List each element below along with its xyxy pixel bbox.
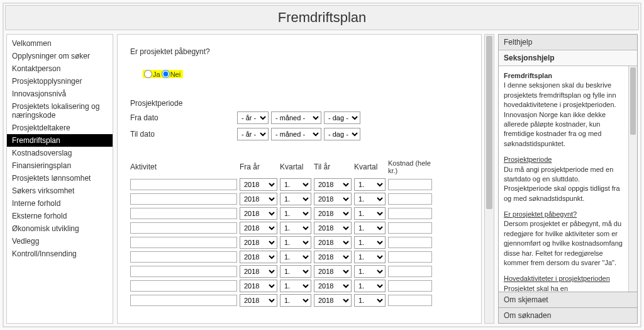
til-ar-select[interactable]: 2018 [314, 265, 352, 278]
til-dag-select[interactable]: - dag - [324, 128, 360, 140]
til-kvartal-select[interactable]: 1. [354, 294, 386, 307]
help-h4: Hovedaktiviteter i prosjektperioden [504, 275, 610, 282]
aktivitet-input[interactable] [130, 280, 237, 292]
aktivitet-row: 20181.20181. [130, 251, 469, 263]
til-ar-select[interactable]: 2018 [314, 222, 352, 234]
aktivitet-input[interactable] [130, 193, 237, 205]
sidebar-item[interactable]: Prosjektets lokalisering og næringskode [7, 100, 113, 122]
til-kvartal-select[interactable]: 1. [354, 236, 386, 249]
fra-kvartal-select[interactable]: 1. [280, 222, 311, 234]
aktivitet-input[interactable] [130, 251, 237, 263]
aktivitet-input[interactable] [130, 295, 237, 306]
aktivitet-row: 20181.20181. [130, 265, 469, 278]
sidebar-item[interactable]: Innovasjonsnivå [7, 88, 113, 100]
til-ar-select[interactable]: 2018 [314, 294, 352, 307]
fra-ar-select[interactable]: 2018 [240, 265, 277, 278]
fra-ar-select[interactable]: 2018 [240, 251, 277, 263]
kostnad-input[interactable] [388, 295, 432, 306]
til-kvartal-select[interactable]: 1. [354, 251, 386, 263]
fra-ar-select[interactable]: 2018 [240, 178, 277, 191]
fra-kvartal-select[interactable]: 1. [280, 294, 311, 307]
sidebar-item[interactable]: Interne forhold [7, 197, 113, 210]
sidebar-item[interactable]: Kostnadsoverslag [7, 147, 113, 159]
sidebar-item[interactable]: Prosjektdeltakere [7, 122, 113, 134]
radio-nei[interactable] [162, 70, 170, 78]
sidebar-item[interactable]: Søkers virksomhet [7, 185, 113, 197]
fra-ar-select[interactable]: - år - [237, 111, 269, 124]
til-kvartal-select[interactable]: 1. [354, 265, 386, 278]
fra-dag-select[interactable]: - dag - [324, 111, 360, 124]
fra-kvartal-select[interactable]: 1. [280, 251, 311, 263]
help-tab-om-skjemaet[interactable]: Om skjemaet [498, 292, 638, 308]
fra-kvartal-select[interactable]: 1. [280, 178, 311, 191]
sidebar-item[interactable]: Kontroll/Innsending [7, 248, 113, 260]
sidebar: VelkommenOpplysninger om søkerKontaktper… [6, 34, 113, 324]
help-tab-seksjonshjelp[interactable]: Seksjonshjelp [499, 50, 637, 66]
kostnad-input[interactable] [388, 237, 432, 248]
til-ar-select[interactable]: 2018 [314, 193, 352, 205]
til-kvartal-select[interactable]: 1. [354, 193, 386, 205]
radio-nei-label[interactable]: Nei [162, 70, 181, 78]
fra-ar-select[interactable]: 2018 [240, 193, 277, 205]
til-kvartal-select[interactable]: 1. [354, 207, 386, 220]
sidebar-item[interactable]: Opplysninger om søker [7, 50, 113, 62]
til-kvartal-select[interactable]: 1. [354, 280, 386, 292]
fra-kvartal-select[interactable]: 1. [280, 207, 311, 220]
kostnad-input[interactable] [388, 251, 432, 263]
aktivitet-input[interactable] [130, 266, 237, 277]
help-tab-om-soknaden[interactable]: Om søknaden [498, 307, 638, 324]
til-ar-select[interactable]: 2018 [314, 178, 352, 191]
periode-title: Prosjektperiode [130, 99, 469, 108]
fra-ar-select[interactable]: 2018 [240, 280, 277, 292]
kostnad-input[interactable] [388, 280, 432, 292]
kostnad-input[interactable] [388, 222, 432, 234]
kostnad-input[interactable] [388, 193, 432, 205]
sidebar-item[interactable]: Velkommen [7, 37, 113, 50]
sidebar-item[interactable]: Prosjektopplysninger [7, 75, 113, 88]
aktivitet-input[interactable] [130, 208, 237, 219]
til-ar-select[interactable]: 2018 [314, 280, 352, 292]
sidebar-item[interactable]: Kontaktperson [7, 62, 113, 75]
sidebar-item[interactable]: Eksterne forhold [7, 210, 113, 222]
aktivitet-input[interactable] [130, 179, 237, 190]
sidebar-item[interactable]: Økonomisk utvikling [7, 222, 113, 235]
help-p2: Du må angi prosjektperiode med en startd… [504, 166, 620, 202]
main-scrollbar[interactable] [484, 34, 494, 324]
aktivitet-row: 20181.20181. [130, 193, 469, 205]
fra-ar-select[interactable]: 2018 [240, 294, 277, 307]
til-ar-select[interactable]: - år - [237, 128, 269, 140]
sidebar-item[interactable]: Finansieringsplan [7, 159, 113, 172]
sidebar-item[interactable]: Fremdriftsplan [7, 134, 113, 147]
fra-kvartal-select[interactable]: 1. [280, 280, 311, 292]
col-kostnad: Kostnad (hele kr.) [388, 159, 432, 174]
sidebar-item[interactable]: Vedlegg [7, 235, 113, 248]
til-ar-select[interactable]: 2018 [314, 251, 352, 263]
aktivitet-input[interactable] [130, 237, 237, 248]
radio-ja[interactable] [144, 70, 152, 78]
sidebar-item[interactable]: Prosjektets lønnsomhet [7, 172, 113, 185]
til-kvartal-select[interactable]: 1. [354, 178, 386, 191]
question-label: Er prosjektet påbegynt? [130, 47, 469, 56]
col-kvartal1: Kvartal [280, 162, 311, 171]
fra-maned-select[interactable]: - måned - [271, 111, 321, 124]
til-ar-select[interactable]: 2018 [314, 236, 352, 249]
col-fra-ar: Fra år [240, 162, 277, 171]
kostnad-input[interactable] [388, 266, 432, 277]
fra-kvartal-select[interactable]: 1. [280, 193, 311, 205]
til-maned-select[interactable]: - måned - [271, 128, 321, 140]
fra-kvartal-select[interactable]: 1. [280, 236, 311, 249]
fra-kvartal-select[interactable]: 1. [280, 265, 311, 278]
radio-ja-label[interactable]: Ja [144, 70, 160, 78]
fra-ar-select[interactable]: 2018 [240, 207, 277, 220]
kostnad-input[interactable] [388, 208, 432, 219]
fra-ar-select[interactable]: 2018 [240, 222, 277, 234]
col-til-ar: Til år [314, 162, 352, 171]
til-ar-select[interactable]: 2018 [314, 207, 352, 220]
radio-ja-text: Ja [153, 71, 160, 78]
kostnad-input[interactable] [388, 179, 432, 190]
til-kvartal-select[interactable]: 1. [354, 222, 386, 234]
fra-ar-select[interactable]: 2018 [240, 236, 277, 249]
help-scrollbar[interactable] [628, 66, 637, 292]
aktivitet-input[interactable] [130, 222, 237, 234]
help-tab-felthjelp[interactable]: Felthjelp [499, 35, 637, 50]
